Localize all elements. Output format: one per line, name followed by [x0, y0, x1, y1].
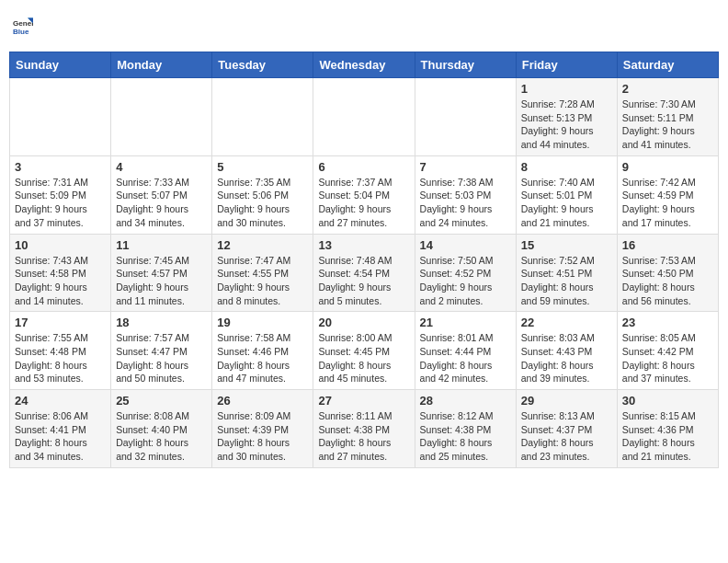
day-info: Sunrise: 7:37 AMSunset: 5:04 PMDaylight:… [318, 176, 409, 230]
day-info: Sunrise: 7:55 AMSunset: 4:48 PMDaylight:… [15, 331, 106, 385]
day-info: Sunrise: 7:35 AMSunset: 5:06 PMDaylight:… [217, 176, 308, 230]
weekday-header-sunday: Sunday [10, 52, 111, 78]
calendar-cell: 15Sunrise: 7:52 AMSunset: 4:51 PMDayligh… [516, 234, 617, 312]
day-info: Sunrise: 7:58 AMSunset: 4:46 PMDaylight:… [217, 331, 308, 385]
day-number: 26 [217, 394, 308, 408]
weekday-header-thursday: Thursday [415, 52, 516, 78]
day-info: Sunrise: 8:03 AMSunset: 4:43 PMDaylight:… [521, 331, 612, 385]
calendar-cell: 9Sunrise: 7:42 AMSunset: 4:59 PMDaylight… [617, 155, 718, 234]
calendar-cell: 29Sunrise: 8:13 AMSunset: 4:37 PMDayligh… [516, 390, 617, 468]
svg-text:Blue: Blue [13, 28, 29, 36]
weekday-header-wednesday: Wednesday [313, 52, 415, 78]
day-info: Sunrise: 7:42 AMSunset: 4:59 PMDaylight:… [622, 176, 713, 230]
day-number: 11 [116, 238, 207, 252]
day-info: Sunrise: 7:50 AMSunset: 4:52 PMDaylight:… [420, 254, 511, 308]
day-number: 20 [318, 316, 409, 329]
day-number: 21 [420, 316, 511, 329]
day-number: 12 [217, 238, 308, 252]
day-number: 17 [15, 316, 106, 329]
calendar-table: SundayMondayTuesdayWednesdayThursdayFrid… [9, 52, 719, 468]
day-info: Sunrise: 8:00 AMSunset: 4:45 PMDaylight:… [318, 331, 409, 385]
day-number: 7 [420, 160, 511, 174]
calendar-cell: 10Sunrise: 7:43 AMSunset: 4:58 PMDayligh… [10, 234, 111, 312]
calendar-cell: 2Sunrise: 7:30 AMSunset: 5:11 PMDaylight… [617, 78, 718, 156]
weekday-header-monday: Monday [111, 52, 212, 78]
day-number: 9 [622, 160, 713, 174]
day-number: 2 [622, 82, 713, 96]
weekday-header-row: SundayMondayTuesdayWednesdayThursdayFrid… [10, 52, 719, 78]
day-number: 6 [318, 160, 409, 174]
day-info: Sunrise: 8:13 AMSunset: 4:37 PMDaylight:… [521, 409, 612, 464]
day-info: Sunrise: 8:05 AMSunset: 4:42 PMDaylight:… [622, 331, 713, 385]
calendar-cell: 11Sunrise: 7:45 AMSunset: 4:57 PMDayligh… [111, 234, 212, 312]
week-row-1: 1Sunrise: 7:28 AMSunset: 5:13 PMDaylight… [10, 78, 719, 156]
calendar-cell [111, 78, 212, 156]
day-number: 19 [217, 316, 308, 329]
day-info: Sunrise: 7:53 AMSunset: 4:50 PMDaylight:… [622, 254, 713, 308]
day-number: 16 [622, 238, 713, 252]
calendar-cell: 14Sunrise: 7:50 AMSunset: 4:52 PMDayligh… [415, 234, 516, 312]
calendar-cell: 7Sunrise: 7:38 AMSunset: 5:03 PMDaylight… [415, 155, 516, 234]
day-info: Sunrise: 8:01 AMSunset: 4:44 PMDaylight:… [420, 331, 511, 385]
calendar-cell: 18Sunrise: 7:57 AMSunset: 4:47 PMDayligh… [111, 312, 212, 390]
calendar-cell: 17Sunrise: 7:55 AMSunset: 4:48 PMDayligh… [10, 312, 111, 390]
week-row-2: 3Sunrise: 7:31 AMSunset: 5:09 PMDaylight… [10, 155, 719, 234]
day-number: 27 [318, 394, 409, 408]
day-number: 13 [318, 238, 409, 252]
day-info: Sunrise: 8:12 AMSunset: 4:38 PMDaylight:… [420, 409, 511, 464]
calendar-body: 1Sunrise: 7:28 AMSunset: 5:13 PMDaylight… [10, 78, 719, 468]
calendar-cell [313, 78, 415, 156]
week-row-3: 10Sunrise: 7:43 AMSunset: 4:58 PMDayligh… [10, 234, 719, 312]
day-number: 5 [217, 160, 308, 174]
day-info: Sunrise: 7:31 AMSunset: 5:09 PMDaylight:… [15, 176, 106, 230]
day-number: 25 [116, 394, 207, 408]
day-info: Sunrise: 8:11 AMSunset: 4:38 PMDaylight:… [318, 409, 409, 464]
header: General Blue [9, 9, 719, 44]
calendar-cell: 6Sunrise: 7:37 AMSunset: 5:04 PMDaylight… [313, 155, 415, 234]
day-info: Sunrise: 7:45 AMSunset: 4:57 PMDaylight:… [116, 254, 207, 308]
weekday-header-saturday: Saturday [617, 52, 718, 78]
day-number: 30 [622, 394, 713, 408]
day-number: 29 [521, 394, 612, 408]
calendar-cell: 25Sunrise: 8:08 AMSunset: 4:40 PMDayligh… [111, 390, 212, 468]
day-info: Sunrise: 8:15 AMSunset: 4:36 PMDaylight:… [622, 409, 713, 464]
day-number: 4 [116, 160, 207, 174]
calendar-cell: 22Sunrise: 8:03 AMSunset: 4:43 PMDayligh… [516, 312, 617, 390]
day-number: 10 [15, 238, 106, 252]
day-number: 23 [622, 316, 713, 329]
day-info: Sunrise: 7:57 AMSunset: 4:47 PMDaylight:… [116, 331, 207, 385]
calendar-cell: 21Sunrise: 8:01 AMSunset: 4:44 PMDayligh… [415, 312, 516, 390]
day-info: Sunrise: 7:43 AMSunset: 4:58 PMDaylight:… [15, 254, 106, 308]
day-number: 28 [420, 394, 511, 408]
weekday-header-tuesday: Tuesday [212, 52, 313, 78]
day-number: 15 [521, 238, 612, 252]
day-info: Sunrise: 7:28 AMSunset: 5:13 PMDaylight:… [521, 98, 612, 152]
calendar-cell: 13Sunrise: 7:48 AMSunset: 4:54 PMDayligh… [313, 234, 415, 312]
calendar-cell: 23Sunrise: 8:05 AMSunset: 4:42 PMDayligh… [617, 312, 718, 390]
day-number: 14 [420, 238, 511, 252]
calendar-cell: 28Sunrise: 8:12 AMSunset: 4:38 PMDayligh… [415, 390, 516, 468]
day-info: Sunrise: 7:48 AMSunset: 4:54 PMDaylight:… [318, 254, 409, 308]
day-info: Sunrise: 8:09 AMSunset: 4:39 PMDaylight:… [217, 409, 308, 464]
day-info: Sunrise: 7:40 AMSunset: 5:01 PMDaylight:… [521, 176, 612, 230]
calendar-cell: 26Sunrise: 8:09 AMSunset: 4:39 PMDayligh… [212, 390, 313, 468]
day-info: Sunrise: 8:06 AMSunset: 4:41 PMDaylight:… [15, 409, 106, 464]
day-info: Sunrise: 7:30 AMSunset: 5:11 PMDaylight:… [622, 98, 713, 152]
day-info: Sunrise: 8:08 AMSunset: 4:40 PMDaylight:… [116, 409, 207, 464]
day-number: 24 [15, 394, 106, 408]
calendar-cell [415, 78, 516, 156]
day-number: 3 [15, 160, 106, 174]
calendar-cell: 19Sunrise: 7:58 AMSunset: 4:46 PMDayligh… [212, 312, 313, 390]
svg-text:General: General [13, 19, 33, 28]
day-number: 1 [521, 82, 612, 96]
day-number: 22 [521, 316, 612, 329]
calendar-cell: 1Sunrise: 7:28 AMSunset: 5:13 PMDaylight… [516, 78, 617, 156]
general-blue-logo-icon: General Blue [13, 17, 33, 37]
day-info: Sunrise: 7:47 AMSunset: 4:55 PMDaylight:… [217, 254, 308, 308]
day-info: Sunrise: 7:52 AMSunset: 4:51 PMDaylight:… [521, 254, 612, 308]
day-info: Sunrise: 7:33 AMSunset: 5:07 PMDaylight:… [116, 176, 207, 230]
week-row-5: 24Sunrise: 8:06 AMSunset: 4:41 PMDayligh… [10, 390, 719, 468]
calendar-cell: 30Sunrise: 8:15 AMSunset: 4:36 PMDayligh… [617, 390, 718, 468]
calendar-cell: 4Sunrise: 7:33 AMSunset: 5:07 PMDaylight… [111, 155, 212, 234]
calendar-cell [10, 78, 111, 156]
